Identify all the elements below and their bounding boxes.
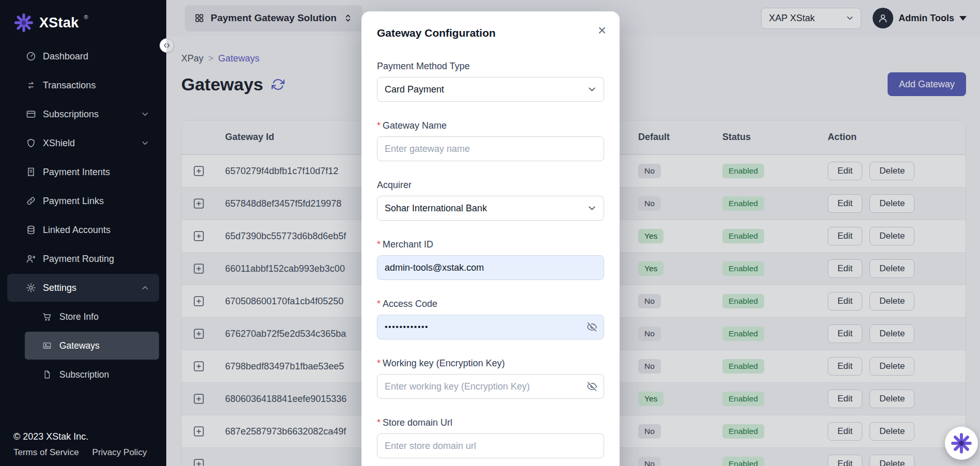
store-domain-url-label: Store domain Url	[383, 417, 452, 428]
sidebar-item-dashboard[interactable]: Dashboard	[7, 42, 159, 70]
gateway-configuration-modal: Gateway Configuration × Payment Method T…	[361, 11, 620, 466]
sidebar-nav: Dashboard Transactions Subscriptions	[0, 42, 166, 389]
sidebar-item-label: Dashboard	[43, 51, 88, 62]
sidebar-item-linked-accounts[interactable]: Linked Accounts	[7, 216, 159, 244]
acquirer-value: Sohar International Bank	[385, 203, 487, 214]
card-icon	[26, 109, 36, 119]
shield-icon	[26, 138, 36, 148]
cart-icon	[42, 312, 53, 322]
gateway-name-label: Gateway Name	[383, 120, 447, 131]
receipt-icon	[26, 167, 36, 177]
sidebar-item-label: Transactions	[43, 80, 96, 91]
chevron-down-icon	[587, 84, 597, 95]
sidebar-item-payment-routing[interactable]: Payment Routing	[7, 245, 159, 273]
sidebar-item-label: Store Info	[59, 312, 99, 322]
sidebar-item-label: XShield	[43, 138, 75, 149]
chevron-down-icon	[140, 110, 150, 119]
working-key-input[interactable]	[377, 374, 604, 399]
access-code-input[interactable]	[377, 315, 604, 339]
sidebar-item-label: Linked Accounts	[43, 225, 110, 236]
required-asterisk: *	[377, 358, 381, 369]
acquirer-select[interactable]: Sohar International Bank	[377, 196, 604, 221]
store-domain-url-input[interactable]	[377, 433, 604, 458]
merchant-id-label: Merchant ID	[383, 239, 433, 250]
transactions-icon	[26, 80, 36, 90]
chevron-down-icon	[140, 138, 150, 148]
sidebar-item-xshield[interactable]: XShield	[7, 129, 159, 157]
sidebar-item-label: Subscriptions	[43, 109, 99, 120]
settings-submenu: Store Info Gateways Subscription	[0, 303, 166, 389]
copyright-text: © 2023 XStak Inc.	[13, 431, 147, 442]
registered-mark: ®	[84, 12, 88, 22]
sidebar-item-payment-links[interactable]: Payment Links	[7, 187, 159, 215]
merchant-id-input[interactable]	[377, 255, 604, 280]
chevron-up-icon	[140, 283, 150, 292]
xstak-asterisk-icon	[950, 432, 973, 455]
sidebar-item-store-info[interactable]: Store Info	[25, 303, 159, 331]
gear-icon	[26, 283, 36, 293]
dashboard-icon	[26, 51, 36, 61]
privacy-policy-link[interactable]: Privacy Policy	[92, 447, 147, 458]
payment-method-type-label: Payment Method Type	[377, 61, 470, 72]
gateway-name-input[interactable]	[377, 136, 604, 161]
coins-icon	[26, 225, 36, 235]
required-asterisk: *	[377, 120, 381, 131]
gateway-image-icon	[42, 340, 53, 351]
sidebar-item-label: Payment Intents	[43, 167, 110, 178]
sidebar-item-label: Subscription	[59, 369, 109, 380]
app-root: XStak ® Dashboard Transactions Subscr	[0, 0, 980, 466]
terms-of-service-link[interactable]: Terms of Service	[13, 447, 79, 458]
payment-method-type-value: Card Payment	[385, 84, 444, 95]
sidebar: XStak ® Dashboard Transactions Subscr	[0, 0, 166, 466]
acquirer-label: Acquirer	[377, 180, 412, 191]
logo: XStak ®	[0, 0, 166, 40]
link-icon	[26, 196, 36, 206]
chevron-down-icon	[587, 203, 597, 214]
required-asterisk: *	[377, 417, 381, 428]
chat-widget-button[interactable]	[945, 427, 978, 460]
access-code-label: Access Code	[383, 299, 437, 309]
sidebar-item-payment-intents[interactable]: Payment Intents	[7, 158, 159, 186]
required-asterisk: *	[377, 299, 381, 309]
xstak-logo-icon	[13, 12, 34, 33]
sidebar-item-transactions[interactable]: Transactions	[7, 71, 159, 99]
eye-off-icon[interactable]	[587, 322, 597, 333]
sidebar-item-settings[interactable]: Settings	[7, 274, 159, 302]
routing-icon	[26, 254, 36, 264]
document-icon	[42, 369, 53, 380]
sidebar-item-label: Gateways	[59, 340, 100, 351]
working-key-label: Working key (Encryption Key)	[383, 358, 505, 369]
sidebar-item-subscription[interactable]: Subscription	[25, 361, 159, 389]
sidebar-item-label: Payment Routing	[43, 254, 114, 265]
sidebar-item-label: Payment Links	[43, 196, 104, 207]
eye-off-icon[interactable]	[587, 381, 597, 392]
sidebar-item-subscriptions[interactable]: Subscriptions	[7, 100, 159, 128]
payment-method-type-select[interactable]: Card Payment	[377, 77, 604, 102]
logo-text: XStak	[39, 12, 79, 33]
modal-title: Gateway Configuration	[377, 27, 604, 39]
close-icon[interactable]: ×	[598, 25, 606, 36]
required-asterisk: *	[377, 239, 381, 250]
sidebar-footer: © 2023 XStak Inc. Terms of Service Priva…	[13, 431, 147, 458]
sidebar-item-label: Settings	[43, 283, 76, 293]
sidebar-item-gateways[interactable]: Gateways	[25, 332, 159, 360]
